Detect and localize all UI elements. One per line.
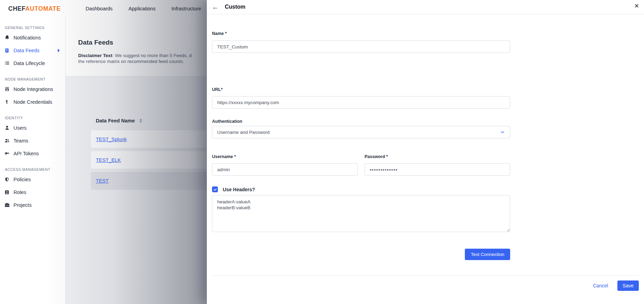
authentication-select[interactable]: Username and Password xyxy=(212,126,510,138)
sidebar-item-notifications[interactable]: Notifications xyxy=(4,31,65,44)
data-feed-icon xyxy=(4,48,10,53)
sidebar-item-label: API Tokens xyxy=(13,151,39,156)
password-label: Password * xyxy=(365,154,510,159)
logo-automate: AUTOMATE xyxy=(25,5,61,12)
username-label: Username * xyxy=(212,154,358,159)
use-headers-label: Use Headers? xyxy=(223,187,255,192)
key-icon xyxy=(4,151,10,156)
panel-title: Custom xyxy=(225,4,246,10)
sidebar-item-label: Data Feeds xyxy=(13,48,39,53)
authentication-label: Authentication xyxy=(212,119,510,124)
user-icon xyxy=(4,125,10,131)
sidebar-item-data-lifecycle[interactable]: Data Lifecycle xyxy=(4,57,65,70)
briefcase-icon xyxy=(4,202,10,208)
url-field[interactable] xyxy=(212,96,510,109)
sidebar-item-label: Teams xyxy=(13,138,28,144)
chef-automate-app: CHEFAUTOMATE Dashboards Applications Inf… xyxy=(0,0,644,304)
sidebar-item-label: Node Integrations xyxy=(13,86,53,92)
save-button[interactable]: Save xyxy=(617,280,639,291)
headers-textarea[interactable]: headerA:valueA headerB:valueB xyxy=(212,195,510,232)
team-icon xyxy=(4,138,10,144)
test-connection-button[interactable]: Test Connection xyxy=(465,249,510,260)
sidebar-item-label: Projects xyxy=(13,202,31,208)
use-headers-row: Use Headers? xyxy=(212,186,510,192)
sidebar-item-projects[interactable]: Projects xyxy=(4,199,65,211)
badge-icon xyxy=(4,190,10,195)
sliders-icon xyxy=(4,86,10,92)
chef-automate-logo[interactable]: CHEFAUTOMATE xyxy=(8,5,61,12)
panel-header: ← Custom ✕ xyxy=(207,0,644,14)
list-icon xyxy=(4,61,10,66)
custom-data-feed-panel: ← Custom ✕ Name * URL* Authentication Us… xyxy=(207,0,644,304)
column-header-data-feed-name: Data Feed Name xyxy=(96,118,135,123)
name-label: Name * xyxy=(212,31,510,36)
sidebar-section-identity: IDENTITY xyxy=(5,116,65,120)
back-arrow-icon[interactable]: ← xyxy=(212,4,220,10)
sidebar-item-api-tokens[interactable]: API Tokens xyxy=(4,147,65,160)
disclaimer-line1: : We suggest no more than 5 Feeds, d xyxy=(112,53,192,58)
sidebar-item-label: Roles xyxy=(13,190,26,195)
authentication-selected-value: Username and Password xyxy=(217,130,270,135)
sort-icon[interactable] xyxy=(139,119,142,123)
sidebar-item-label: Users xyxy=(13,125,27,131)
username-field[interactable] xyxy=(212,163,358,176)
shield-icon xyxy=(4,177,10,182)
sidebar-item-roles[interactable]: Roles xyxy=(4,186,65,199)
disclaimer-label: Disclaimer Text xyxy=(78,53,112,58)
panel-footer: Cancel Save xyxy=(207,276,644,291)
nav-items: Dashboards Applications Infrastructure xyxy=(85,6,201,11)
sidebar-item-label: Policies xyxy=(13,177,31,182)
bell-icon xyxy=(4,35,10,40)
feed-link-test-splunk[interactable]: TEST_Splunk xyxy=(96,137,127,142)
sidebar-item-users[interactable]: Users xyxy=(4,121,65,134)
feed-link-test-elk[interactable]: TEST_ELK xyxy=(96,157,121,163)
logo-chef: CHEF xyxy=(8,5,25,12)
sidebar-item-label: Data Lifecycle xyxy=(13,61,45,66)
use-headers-checkbox[interactable] xyxy=(212,186,218,192)
feed-link-test[interactable]: TEST xyxy=(96,178,109,184)
chevron-down-icon xyxy=(500,130,505,135)
panel-form: Name * URL* Authentication Username and … xyxy=(207,31,515,260)
url-label: URL* xyxy=(212,87,510,92)
name-field[interactable] xyxy=(212,40,510,53)
nav-item-dashboards[interactable]: Dashboards xyxy=(85,6,112,11)
key-icon xyxy=(4,99,10,105)
sidebar-item-node-integrations[interactable]: Node Integrations xyxy=(4,83,65,95)
sidebar-section-general-settings: GENERAL SETTINGS xyxy=(5,26,65,30)
nav-item-infrastructure[interactable]: Infrastructure xyxy=(172,6,201,11)
sidebar-item-teams[interactable]: Teams xyxy=(4,134,65,147)
sidebar-section-access-management: ACCESS MANAGEMENT xyxy=(5,167,65,172)
sidebar-section-node-management: NODE MANAGEMENT xyxy=(5,77,65,81)
settings-sidebar: GENERAL SETTINGS Notifications Data Feed… xyxy=(0,17,66,304)
chevron-right-icon xyxy=(58,49,60,52)
sidebar-item-policies[interactable]: Policies xyxy=(4,173,65,186)
cancel-button[interactable]: Cancel xyxy=(593,283,608,288)
sidebar-item-node-credentials[interactable]: Node Credentials xyxy=(4,95,65,108)
password-field[interactable] xyxy=(365,163,510,176)
close-icon[interactable]: ✕ xyxy=(634,3,639,9)
sidebar-item-label: Node Credentials xyxy=(13,99,52,105)
nav-item-applications[interactable]: Applications xyxy=(129,6,156,11)
sidebar-item-label: Notifications xyxy=(13,35,41,40)
sidebar-item-data-feeds[interactable]: Data Feeds xyxy=(4,44,65,57)
